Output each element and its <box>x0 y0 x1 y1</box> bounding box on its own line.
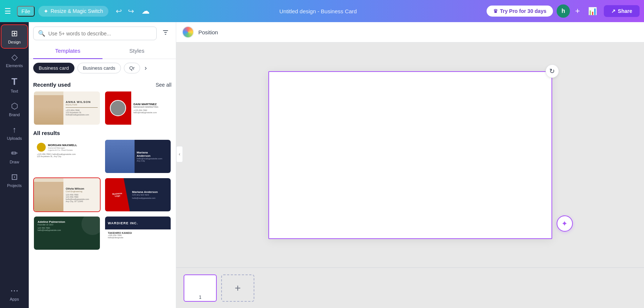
create-new-button[interactable]: + <box>574 5 581 17</box>
add-page-icon: + <box>235 282 241 294</box>
sidebar-item-label: Draw <box>10 160 19 164</box>
add-page-button[interactable]: + <box>221 274 254 302</box>
color-picker[interactable] <box>182 26 194 38</box>
panel-collapse-button[interactable]: ‹ <box>176 146 183 162</box>
share-label: Share <box>618 8 632 14</box>
text-icon: T <box>11 76 17 87</box>
canvas-area: Position ↻ ✦ 1 + <box>176 22 644 308</box>
file-menu-button[interactable]: File <box>17 6 35 17</box>
chip-business-card[interactable]: Business card <box>33 63 74 73</box>
templates-panel: 🔍 Templates Styles Business card Busines… <box>29 22 176 308</box>
recently-used-header: Recently used See all <box>33 77 171 91</box>
recently-used-grid: ANNA WILSON REALTOR +372-654-7890 123 An… <box>33 91 171 125</box>
filter-button[interactable] <box>160 27 171 40</box>
canvas-board[interactable] <box>268 71 552 239</box>
sidebar-item-brand[interactable]: ⬡ Brand <box>1 98 27 121</box>
design-icon: ⊞ <box>11 29 18 38</box>
all-results-title: All results <box>33 130 60 136</box>
see-all-button[interactable]: See all <box>156 82 171 88</box>
recently-used-title: Recently used <box>33 82 71 88</box>
draw-icon: ✏ <box>11 149 18 158</box>
topbar: ☰ File ✦ Resize & Magic Switch ↩ ↪ ☁ Unt… <box>0 0 644 22</box>
sidebar-item-label: Apps <box>10 297 19 301</box>
sidebar-item-label: Brand <box>9 113 20 117</box>
sidebar-item-draw[interactable]: ✏ Draw <box>1 145 27 168</box>
canvas-toolbar: Position <box>176 22 644 42</box>
template-card-adeline[interactable]: Adeline Palmerston Founder & CEO 123 456… <box>33 216 101 250</box>
position-label[interactable]: Position <box>198 29 218 35</box>
templates-content: Recently used See all ANNA WILSON REALTO… <box>29 77 176 308</box>
sidebar-item-apps[interactable]: ⋯ Apps <box>1 282 27 305</box>
template-card-dani-martinez[interactable]: DANI MARTINEZ MANAGER MARKETING +123-456… <box>104 91 172 125</box>
template-card-mariana-red[interactable]: BusinessLogo Mariana Anderson 123 any te… <box>104 177 172 212</box>
filter-chips: Business card Business cards Qr › <box>29 59 176 77</box>
document-title: Untitled design - Business Card <box>153 8 483 14</box>
search-icon: 🔍 <box>38 30 45 37</box>
chip-more-button[interactable]: › <box>143 63 148 73</box>
canvas-main: ↻ ✦ <box>176 42 644 267</box>
brand-icon: ⬡ <box>11 101 18 111</box>
share-button[interactable]: ↗ Share <box>604 5 640 17</box>
template-card-olivia-wilson[interactable]: Olivia Wilson Civil Engineering 123-456-… <box>33 177 101 212</box>
tab-templates[interactable]: Templates <box>33 43 102 59</box>
canvas-wrapper: ↻ ✦ <box>268 71 552 239</box>
template-card-wardiere[interactable]: WARDIERE INC. TAKEHIRO KANEGI +295-456-7… <box>104 216 172 250</box>
redo-button[interactable]: ↪ <box>126 5 136 17</box>
templates-tabs: Templates Styles <box>29 43 176 59</box>
magic-switch-button[interactable]: ✦ Resize & Magic Switch <box>38 6 108 17</box>
search-area: 🔍 <box>29 22 176 43</box>
undo-button[interactable]: ↩ <box>114 5 124 17</box>
try-pro-label: Try Pro for 30 days <box>500 8 546 14</box>
sidebar-item-label: Elements <box>6 63 23 68</box>
main-layout: ⊞ Design ◇ Elements T Text ⬡ Brand ↑ Upl… <box>0 22 644 308</box>
sidebar-item-text[interactable]: T Text <box>1 72 27 97</box>
share-icon: ↗ <box>611 8 616 14</box>
try-pro-button[interactable]: ♛ Try Pro for 30 days <box>487 6 553 17</box>
sidebar-item-label: Projects <box>7 183 22 188</box>
page-thumbnail-1[interactable]: 1 <box>184 274 217 302</box>
magic-star-icon: ✦ <box>43 8 48 15</box>
search-input[interactable] <box>48 31 152 37</box>
apps-icon: ⋯ <box>10 286 18 295</box>
sidebar-item-label: Design <box>8 40 21 44</box>
rotate-button[interactable]: ↻ <box>546 65 559 78</box>
template-card-mariana-dark[interactable]: MarianaAnderson hello@reallygreatsite.co… <box>104 139 172 174</box>
chip-business-cards[interactable]: Business cards <box>77 63 121 73</box>
crown-icon: ♛ <box>493 8 498 14</box>
sidebar-item-design[interactable]: ⊞ Design <box>1 25 27 48</box>
projects-icon: ⊡ <box>11 172 18 182</box>
magic-button[interactable]: ✦ <box>557 215 573 232</box>
all-results-header: All results <box>33 125 171 139</box>
analytics-button[interactable]: 📊 <box>585 5 600 17</box>
tab-styles[interactable]: Styles <box>102 43 172 59</box>
magic-switch-label: Resize & Magic Switch <box>51 8 103 14</box>
search-box[interactable]: 🔍 <box>33 27 157 40</box>
sidebar: ⊞ Design ◇ Elements T Text ⬡ Brand ↑ Upl… <box>0 22 29 308</box>
sidebar-item-projects[interactable]: ⊡ Projects <box>1 169 27 191</box>
sidebar-item-uploads[interactable]: ↑ Uploads <box>1 121 27 144</box>
template-card-morgan-maxwell[interactable]: MORGAN MAXWELL General Manager Liguria &… <box>33 139 101 174</box>
sidebar-item-label: Text <box>11 89 18 93</box>
template-card-anna-wilson[interactable]: ANNA WILSON REALTOR +372-654-7890 123 An… <box>33 91 101 125</box>
sidebar-item-elements[interactable]: ◇ Elements <box>1 49 27 72</box>
history-controls: ↩ ↪ <box>114 5 136 17</box>
user-avatar[interactable]: h <box>557 4 570 18</box>
chip-qr[interactable]: Qr <box>124 63 140 73</box>
hamburger-icon[interactable]: ☰ <box>4 7 11 15</box>
page-number: 1 <box>199 295 202 300</box>
pages-strip: 1 + <box>176 267 644 308</box>
all-results-grid: MORGAN MAXWELL General Manager Liguria &… <box>33 139 171 250</box>
elements-icon: ◇ <box>11 52 18 62</box>
cloud-save-icon[interactable]: ☁ <box>142 6 150 16</box>
uploads-icon: ↑ <box>13 125 17 135</box>
sidebar-item-label: Uploads <box>7 136 22 141</box>
